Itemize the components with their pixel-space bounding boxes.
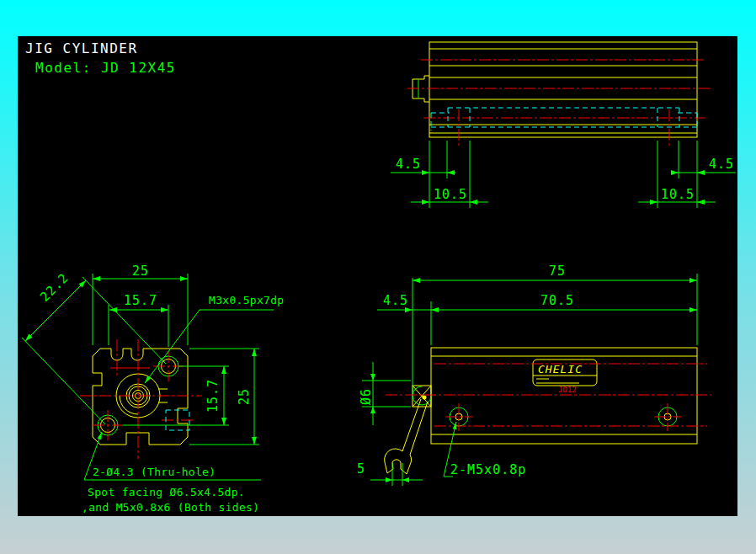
- side-view-dimensions: 4.5 10.5 4.5 10.5: [391, 141, 736, 208]
- dim-front-width: 25: [132, 264, 149, 279]
- top-view-dimensions: 75 70.5 4.5 Ø6 5 2-M5x0.8p: [357, 264, 697, 486]
- dim-front-height-right: 25: [237, 388, 252, 405]
- dim-top-wrench-flats: 5: [357, 461, 365, 477]
- dim-top-total-length: 75: [549, 264, 566, 279]
- drawing-title: JIG CYLINDER: [25, 40, 138, 56]
- top-view-nameplate: CHELIC JD12: [533, 360, 597, 394]
- brand-logo-text: CHELIC: [538, 363, 583, 376]
- front-view-dimensions: 25 15.7 22.2 15.7 25: [22, 264, 284, 514]
- side-view-outline: [413, 42, 697, 137]
- dim-top-body-length: 70.5: [540, 293, 574, 308]
- dim-front-hole-spacing-right: 15.7: [205, 379, 221, 413]
- dim-side-right-pitch: 10.5: [661, 187, 695, 202]
- dim-side-left-pitch: 10.5: [434, 187, 467, 202]
- drawing-layer: JIG CYLINDER Model: JD 12X45: [0, 0, 756, 554]
- brand-model-mark: JD12: [558, 386, 577, 394]
- label-front-thru-hole: 2-Ø4.3 (Thru-hole): [93, 466, 216, 478]
- note-spot-facing: Spot facing Ø6.5x4.5dp.: [88, 486, 245, 498]
- dim-top-rod-extension: 4.5: [383, 293, 408, 308]
- cad-application-window: JIG CYLINDER Model: JD 12X45: [0, 0, 756, 554]
- dim-side-left-offset: 4.5: [396, 157, 421, 172]
- side-view-hidden-lines: [431, 108, 697, 131]
- dim-front-hole-spacing-top: 15.7: [124, 293, 157, 308]
- dim-side-right-offset: 4.5: [709, 157, 734, 172]
- label-top-mount-thread: 2-M5x0.8p: [450, 462, 526, 477]
- note-thread-both-sides: ,and M5x0.8x6 (Both sides): [82, 501, 259, 514]
- wrench-icon: [385, 399, 428, 474]
- dim-top-rod-diameter: Ø6: [359, 388, 374, 405]
- label-front-port-thread: M3x0.5px7dp: [209, 294, 284, 306]
- drawing-model: Model: JD 12X45: [35, 60, 176, 76]
